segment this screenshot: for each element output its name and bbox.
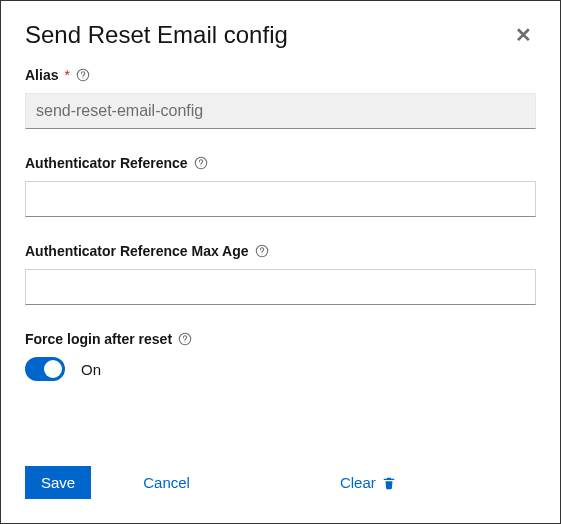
- force-login-label: Force login after reset: [25, 331, 172, 347]
- help-icon[interactable]: [255, 244, 269, 258]
- clear-button-label: Clear: [340, 474, 376, 491]
- help-icon[interactable]: [178, 332, 192, 346]
- clear-button[interactable]: Clear: [324, 466, 412, 499]
- required-indicator: *: [64, 67, 69, 83]
- svg-point-7: [185, 342, 186, 343]
- alias-input: [25, 93, 536, 129]
- force-login-field-group: Force login after reset On: [25, 331, 536, 381]
- svg-point-1: [82, 78, 83, 79]
- svg-point-5: [261, 254, 262, 255]
- svg-point-3: [200, 166, 201, 167]
- close-icon: ✕: [515, 24, 532, 46]
- auth-ref-max-age-label: Authenticator Reference Max Age: [25, 243, 249, 259]
- auth-ref-label: Authenticator Reference: [25, 155, 188, 171]
- force-login-toggle[interactable]: [25, 357, 65, 381]
- save-button[interactable]: Save: [25, 466, 91, 499]
- trash-icon: [382, 476, 396, 490]
- alias-field-group: Alias *: [25, 67, 536, 129]
- toggle-knob: [44, 360, 62, 378]
- close-button[interactable]: ✕: [511, 21, 536, 49]
- auth-ref-field-group: Authenticator Reference: [25, 155, 536, 217]
- help-icon[interactable]: [194, 156, 208, 170]
- force-login-state-label: On: [81, 361, 101, 378]
- cancel-button[interactable]: Cancel: [127, 466, 206, 499]
- help-icon[interactable]: [76, 68, 90, 82]
- alias-label: Alias: [25, 67, 58, 83]
- modal-title: Send Reset Email config: [25, 21, 288, 49]
- auth-ref-input[interactable]: [25, 181, 536, 217]
- auth-ref-max-age-input[interactable]: [25, 269, 536, 305]
- auth-ref-max-age-field-group: Authenticator Reference Max Age: [25, 243, 536, 305]
